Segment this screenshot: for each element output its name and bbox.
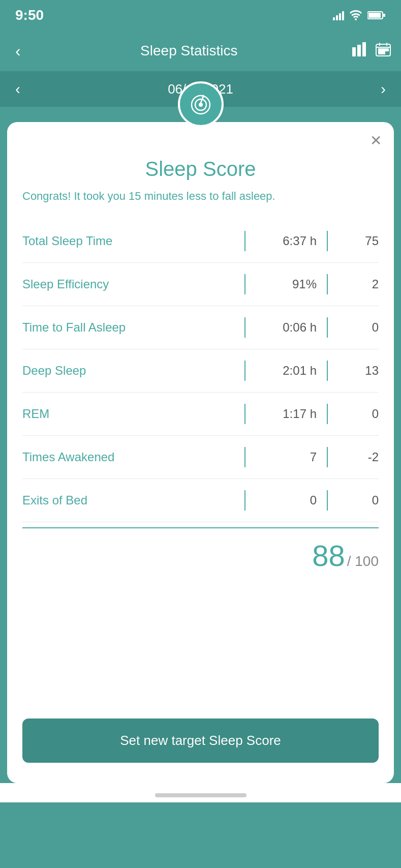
stat-row-awakened: Times Awakened 7 -2 <box>22 436 379 479</box>
stat-label-efficiency: Sleep Efficiency <box>22 277 234 291</box>
stat-score-deep-sleep: 13 <box>338 364 379 378</box>
stat-value-deep-sleep: 2:01 h <box>256 364 317 378</box>
stat-value-total-sleep: 6:37 h <box>256 234 317 248</box>
target-icon-circle <box>178 81 224 127</box>
stat-value-awakened: 7 <box>256 450 317 464</box>
prev-date-button[interactable]: ‹ <box>15 80 20 98</box>
divider-v-1 <box>327 231 328 251</box>
wifi-icon <box>349 10 362 20</box>
stat-score-exits: 0 <box>338 493 379 507</box>
stats-list: Total Sleep Time 6:37 h 75 Sleep Efficie… <box>22 220 379 522</box>
status-bar: 9:50 <box>0 0 401 31</box>
svg-rect-3 <box>352 47 356 56</box>
svg-rect-5 <box>362 42 366 56</box>
close-button[interactable]: ✕ <box>370 132 382 149</box>
bottom-button-container: Set new target Sleep Score <box>22 719 379 763</box>
stat-label-total-sleep: Total Sleep Time <box>22 234 234 248</box>
stat-label-fall-asleep: Time to Fall Asleep <box>22 320 234 335</box>
svg-rect-12 <box>386 49 388 51</box>
sleep-score-title: Sleep Score <box>22 158 379 181</box>
stat-label-exits: Exits of Bed <box>22 493 234 507</box>
divider-1 <box>244 231 245 251</box>
divider-v-4 <box>327 361 328 381</box>
divider-6 <box>244 447 245 467</box>
sleep-score-card: ✕ Sleep Score Congrats! It took you 15 m… <box>7 122 394 783</box>
chart-icon-button[interactable] <box>352 42 367 60</box>
date-nav: ‹ 06/XX2021 › <box>0 71 401 107</box>
stat-label-awakened: Times Awakened <box>22 450 234 464</box>
divider-2 <box>244 274 245 294</box>
stat-row-total-sleep: Total Sleep Time 6:37 h 75 <box>22 220 379 263</box>
signal-icon <box>333 10 344 20</box>
target-icon <box>188 92 213 117</box>
stat-row-exits: Exits of Bed 0 0 <box>22 479 379 522</box>
svg-rect-2 <box>383 14 385 17</box>
header-actions <box>352 42 391 60</box>
svg-rect-10 <box>379 49 381 51</box>
divider-5 <box>244 404 245 424</box>
stat-row-rem: REM 1:17 h 0 <box>22 393 379 436</box>
set-target-button[interactable]: Set new target Sleep Score <box>22 719 379 763</box>
divider-v-5 <box>327 404 328 424</box>
stat-label-rem: REM <box>22 407 234 421</box>
stat-value-efficiency: 91% <box>256 277 317 291</box>
stat-score-awakened: -2 <box>338 450 379 464</box>
divider-3 <box>244 317 245 338</box>
back-button[interactable]: ‹ <box>10 37 26 66</box>
stat-value-rem: 1:17 h <box>256 407 317 421</box>
svg-rect-1 <box>368 13 381 18</box>
divider-v-2 <box>327 274 328 294</box>
battery-icon <box>367 11 386 20</box>
svg-rect-11 <box>382 49 385 51</box>
stat-value-fall-asleep: 0:06 h <box>256 320 317 335</box>
stat-score-rem: 0 <box>338 407 379 421</box>
total-score-number: 88 <box>312 538 345 573</box>
stat-score-efficiency: 2 <box>338 277 379 291</box>
svg-rect-14 <box>382 52 385 54</box>
divider-7 <box>244 490 245 511</box>
svg-rect-13 <box>379 52 381 54</box>
divider-v-6 <box>327 447 328 467</box>
app-header: ‹ Sleep Statistics <box>0 31 401 71</box>
total-score-denom: / 100 <box>347 553 379 570</box>
divider-4 <box>244 361 245 381</box>
stat-label-deep-sleep: Deep Sleep <box>22 364 234 378</box>
stat-value-exits: 0 <box>256 493 317 507</box>
stat-row-fall-asleep: Time to Fall Asleep 0:06 h 0 <box>22 306 379 349</box>
stat-score-fall-asleep: 0 <box>338 320 379 335</box>
stat-row-deep-sleep: Deep Sleep 2:01 h 13 <box>22 349 379 393</box>
home-indicator-bar <box>155 793 246 797</box>
svg-rect-4 <box>357 45 361 56</box>
calendar-icon <box>376 42 391 56</box>
next-date-button[interactable]: › <box>381 80 386 98</box>
stat-score-total-sleep: 75 <box>338 234 379 248</box>
stat-row-efficiency: Sleep Efficiency 91% 2 <box>22 263 379 306</box>
total-score-row: 88 / 100 <box>22 527 379 573</box>
divider-v-3 <box>327 317 328 338</box>
header-title: Sleep Statistics <box>140 43 237 59</box>
status-time: 9:50 <box>15 7 44 23</box>
home-indicator-area <box>0 783 401 802</box>
congrats-message: Congrats! It took you 15 minutes less to… <box>22 189 379 204</box>
status-icons <box>333 10 386 20</box>
bar-chart-icon <box>352 42 367 56</box>
divider-v-7 <box>327 490 328 511</box>
calendar-icon-button[interactable] <box>376 42 391 60</box>
